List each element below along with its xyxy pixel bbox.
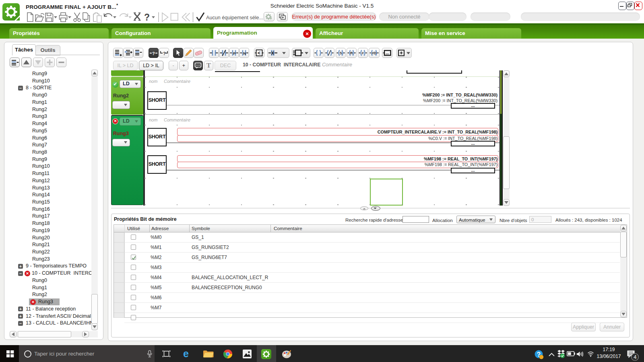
svg-text:<: < xyxy=(258,50,260,56)
svg-text:?: ? xyxy=(144,12,150,23)
svg-text:R: R xyxy=(350,51,353,55)
svg-text:S: S xyxy=(340,51,342,55)
svg-text:#D: #D xyxy=(372,51,376,55)
svg-text:X: X xyxy=(271,51,274,56)
svg-text:4: 4 xyxy=(634,354,636,360)
svg-text:?: ? xyxy=(163,51,166,56)
svg-text:#: # xyxy=(362,51,364,55)
svg-text:?: ? xyxy=(152,51,155,56)
svg-text:P: P xyxy=(233,51,236,56)
svg-text:e: e xyxy=(183,349,189,359)
svg-text:N: N xyxy=(243,51,246,56)
svg-text:...: ... xyxy=(386,51,389,55)
